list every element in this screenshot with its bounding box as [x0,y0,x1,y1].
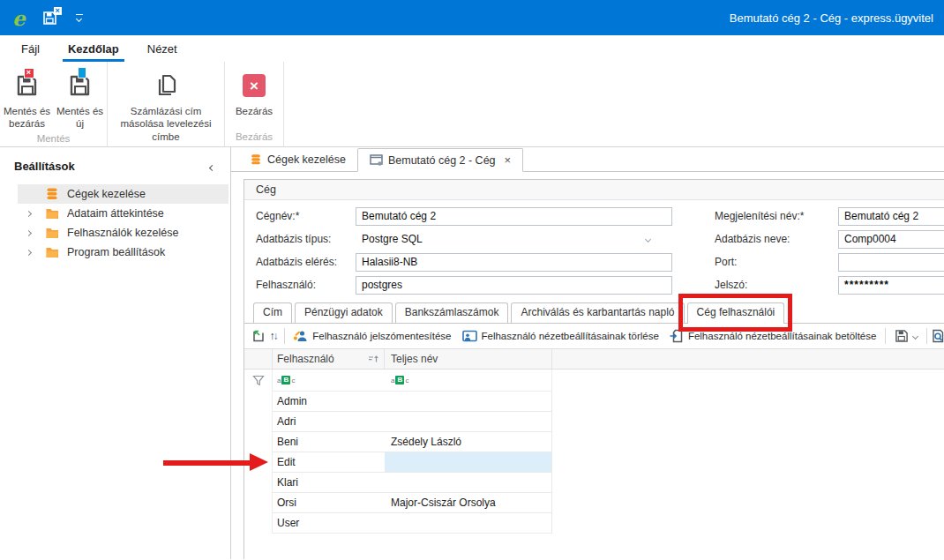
cell-full-name[interactable] [385,412,552,432]
table-row[interactable]: Adri [244,412,944,432]
cell-user[interactable]: Admin [273,392,385,412]
doc-tab-bemutato-ceg[interactable]: Bemutató cég 2 - Cég × [357,148,523,172]
quick-save-icon[interactable]: × [42,11,57,26]
window-form-icon [370,154,383,166]
adatbazis-eleres-input[interactable]: Halasii8-NB [356,253,672,272]
quickaccess-dropdown-icon[interactable] [76,14,83,22]
folder-icon [45,245,59,259]
popout-button[interactable] [251,326,266,346]
row-indicator [244,432,273,452]
tree-expander-icon[interactable] [23,231,34,235]
ribbon-group-bezaras: × Bezárás Bezárás [225,62,284,146]
sidebar-item-program-beallitasok[interactable]: Program beállítások [0,243,230,262]
copy-billing-address-button[interactable]: Számlázási cím másolása levelezési címbe [109,66,222,143]
cell-user[interactable]: Adri [273,412,385,432]
table-row[interactable]: Beni Zsédely László [244,432,944,452]
tree-expander-icon[interactable] [23,212,34,216]
toolbar-separator [885,328,886,344]
password-reset-button[interactable]: Felhasználó jelszómentesítése [288,326,456,346]
column-header-teljes-nev[interactable]: Teljes név [385,349,552,369]
cell-user[interactable]: User [273,513,385,534]
detail-tabbar: Cím Pénzügyi adatok Bankszámlaszámok Arc… [244,302,944,324]
megjelenitesi-nev-input[interactable]: Bemutató cég 2 [838,207,944,226]
cell-full-name[interactable]: Zsédely László [385,432,552,452]
filter-funnel-cell[interactable] [244,370,273,392]
save-close-badge-icon: × [54,7,62,15]
sidebar-collapse-button[interactable] [210,158,214,174]
app-logo-icon: e [12,8,26,28]
sidebar-item-cegek-kezelese[interactable]: Cégek kezelése [0,184,230,204]
adatbazis-neve-input[interactable]: Comp0004 [838,230,944,249]
cegnev-input[interactable]: Bemutató cég 2 [356,207,672,226]
bar-decoration [76,14,83,16]
jelszo-input[interactable]: ********* [838,276,944,295]
cell-full-name[interactable]: Major-Csiszár Orsolya [385,493,552,513]
port-input[interactable] [838,253,944,272]
save-and-close-button[interactable]: × Mentés és bezárás [3,66,52,131]
cell-user[interactable]: Edit [273,452,385,473]
field-label-cegnev: Cégnév:* [244,210,356,222]
sidebar-item-label: Adataim áttekintése [67,207,164,220]
filter-cell-teljes-nev[interactable]: aBc [385,370,552,392]
filter-cell-felhasznalo[interactable]: aBc [273,370,385,392]
cell-user[interactable]: Orsi [273,493,385,513]
save-layout-button[interactable] [889,326,923,346]
grid-header-row: Felhasználó Teljes név [244,349,944,370]
password-reset-label: Felhasználó jelszómentesítése [312,331,451,341]
tab-label: Cég felhasználói [697,306,775,318]
tab-bankszamlaszamok[interactable]: Bankszámlaszámok [395,302,509,323]
view-settings-clear-label: Felhasználó nézetbeállításainak törlése [482,331,659,341]
table-row[interactable]: Orsi Major-Csiszár Orsolya [244,493,944,513]
close-button[interactable]: × Bezárás [229,66,279,129]
save-and-new-button[interactable]: Mentés és új [56,66,105,131]
felhasznalo-input[interactable]: postgres [356,276,672,295]
column-header-felhasznalo[interactable]: Felhasználó [273,349,385,369]
doc-tab-cegek-kezelese[interactable]: Cégek kezelése [238,148,357,171]
sort-button[interactable]: ↑↓ [266,326,280,346]
tab-close-icon[interactable]: × [505,154,512,166]
grid-filter-row: aBc aBc [244,370,944,392]
cell-user[interactable]: Klari [273,473,385,493]
close-x-icon: × [243,66,266,105]
floppy-icon [895,329,909,343]
chevron-right-icon [25,249,31,255]
tab-ceg-felhasznaloi[interactable]: Cég felhasználói [687,302,785,324]
column-header-label: Felhasználó [277,353,334,365]
titlebar: e × Bemutató cég 2 - Cég - express.ügyvi… [0,0,944,35]
table-row-edit-highlighted[interactable]: Edit [244,452,944,473]
tab-archivalas-naplo[interactable]: Archiválás és karbantartás napló [511,302,684,323]
tab-cim[interactable]: Cím [253,302,292,323]
view-settings-clear-button[interactable]: Felhasználó nézetbeállításainak törlése [457,326,664,346]
menu-nezet[interactable]: Nézet [142,35,183,62]
menu-kezdolap[interactable]: Kezdőlap [63,35,124,62]
tab-penzugyi-adatok[interactable]: Pénzügyi adatok [295,302,393,323]
tree-expander-icon[interactable] [23,250,34,255]
cell-full-name[interactable] [385,473,552,493]
field-label-felhasznalo: Felhasználó: [244,279,356,291]
sidebar-item-adataim[interactable]: Adataim áttekintése [0,204,230,223]
ribbon-group-label-bezaras: Bezárás [225,129,283,146]
cell-full-name-selected[interactable] [385,452,552,473]
view-settings-load-button[interactable]: Felhasználó nézetbeállításainak betöltés… [664,326,882,346]
ribbon: × Mentés és bezárás Mentés és új [0,62,944,147]
field-label-adatbazis-tipus: Adatbázis típus: [244,233,356,245]
cell-full-name[interactable] [385,513,552,534]
users-grid: Felhasználó Teljes név [244,349,944,559]
text-filter-icon: aBc [277,376,295,385]
menu-fajl[interactable]: Fájl [16,35,45,62]
cell-user[interactable]: Beni [273,432,385,452]
doc-tab-label: Bemutató cég 2 - Cég [388,154,496,167]
cell-full-name[interactable] [385,392,552,412]
sidebar-item-felhasznalok[interactable]: Felhasználók kezelése [0,223,230,243]
column-header-label: Teljes név [391,353,438,365]
table-row[interactable]: Klari [244,473,944,493]
funnel-icon [252,375,265,386]
table-row[interactable]: User [244,513,944,534]
page-import-icon [670,329,684,343]
preview-button[interactable] [931,326,944,346]
copy-pages-icon [153,66,179,105]
table-row[interactable]: Admin [244,392,944,412]
adatbazis-tipus-combobox[interactable]: Postgre SQL [356,230,672,249]
main-area: Beállítások Cégek kezelése [0,147,944,559]
field-label-jelszo: Jelszó: [715,279,838,291]
